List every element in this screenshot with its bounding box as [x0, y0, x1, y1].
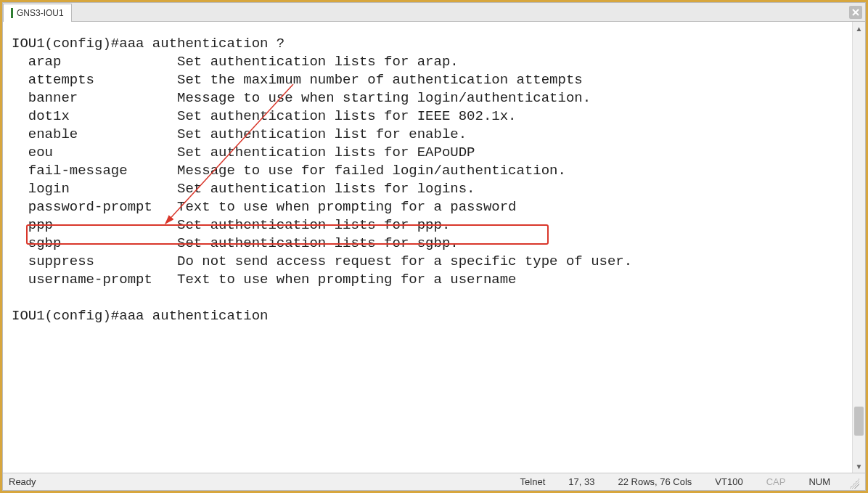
tab-active-marker-icon [11, 8, 13, 18]
terminal-window: GNS3-IOU1 IOU1(config)#aaa authenticatio… [2, 2, 866, 491]
status-num: NUM [804, 476, 835, 487]
tab-gns3-iou1[interactable]: GNS3-IOU1 [3, 4, 72, 22]
status-ready: Ready [9, 476, 501, 487]
scroll-up-icon[interactable]: ▲ [853, 22, 865, 35]
close-icon[interactable] [849, 6, 862, 19]
status-size: 22 Rows, 76 Cols [613, 476, 696, 487]
status-cursor: 17, 33 [564, 476, 599, 487]
terminal-output[interactable]: IOU1(config)#aaa authentication ? arap S… [3, 22, 852, 473]
status-bar: Ready Telnet 17, 33 22 Rows, 76 Cols VT1… [3, 473, 865, 490]
x-icon [852, 9, 859, 16]
vertical-scrollbar[interactable]: ▲ ▼ [852, 22, 865, 473]
tab-title: GNS3-IOU1 [17, 8, 64, 18]
resize-grip-icon[interactable] [849, 478, 859, 489]
tab-bar: GNS3-IOU1 [3, 3, 865, 22]
status-protocol: Telnet [516, 476, 550, 487]
status-cap: CAP [762, 476, 790, 487]
scroll-thumb[interactable] [854, 407, 864, 436]
terminal-area: IOU1(config)#aaa authentication ? arap S… [3, 22, 865, 473]
scroll-down-icon[interactable]: ▼ [853, 460, 865, 473]
status-emulation: VT100 [711, 476, 747, 487]
